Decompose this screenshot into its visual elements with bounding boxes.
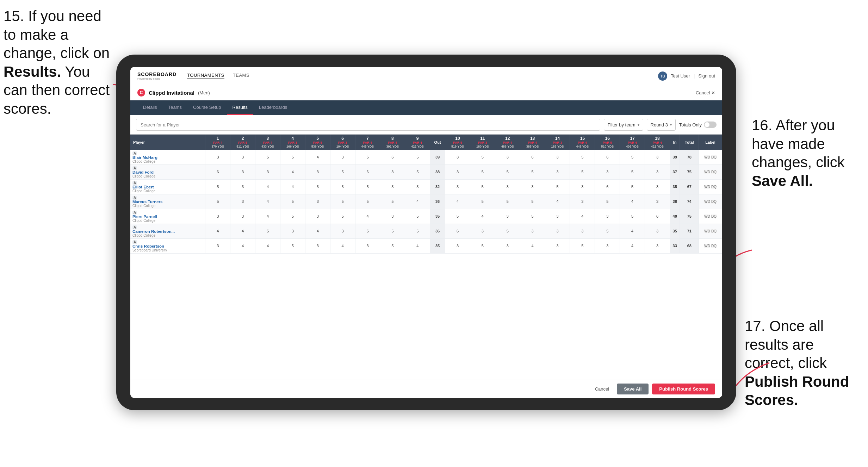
score-h1[interactable]: 3 <box>205 150 230 165</box>
score-h7[interactable]: 5 <box>355 224 380 238</box>
score-h1[interactable]: 6 <box>205 164 230 179</box>
score-h10[interactable]: 3 <box>445 179 470 194</box>
score-h3[interactable]: 5 <box>255 150 280 165</box>
score-h3[interactable]: 4 <box>255 209 280 224</box>
dq-button[interactable]: DQ <box>711 244 717 248</box>
score-h11[interactable]: 5 <box>470 238 495 253</box>
score-h8[interactable]: 3 <box>380 209 405 224</box>
score-h7[interactable]: 5 <box>355 150 380 165</box>
score-h11[interactable]: 3 <box>470 224 495 238</box>
tab-leaderboards[interactable]: Leaderboards <box>253 100 293 115</box>
score-h14[interactable]: 4 <box>545 194 570 209</box>
dq-button[interactable]: DQ <box>711 185 717 189</box>
score-h16[interactable]: 3 <box>595 209 620 224</box>
dq-button[interactable]: DQ <box>711 200 717 204</box>
score-h15[interactable]: 5 <box>570 238 595 253</box>
score-h16[interactable]: 6 <box>595 150 620 165</box>
score-h1[interactable]: 5 <box>205 179 230 194</box>
score-h2[interactable]: 4 <box>230 224 255 238</box>
score-h8[interactable]: 5 <box>380 238 405 253</box>
score-h9[interactable]: 4 <box>405 194 430 209</box>
score-h17[interactable]: 5 <box>620 179 645 194</box>
score-h9[interactable]: 5 <box>405 164 430 179</box>
score-h14[interactable]: 5 <box>545 179 570 194</box>
score-h8[interactable]: 6 <box>380 150 405 165</box>
score-h14[interactable]: 3 <box>545 209 570 224</box>
score-h2[interactable]: 3 <box>230 194 255 209</box>
score-h15[interactable]: 3 <box>570 179 595 194</box>
score-h13[interactable]: 3 <box>520 179 545 194</box>
score-h18[interactable]: 3 <box>645 238 670 253</box>
score-h13[interactable]: 5 <box>520 209 545 224</box>
score-h4[interactable]: 5 <box>280 209 305 224</box>
score-h10[interactable]: 3 <box>445 150 470 165</box>
wd-button[interactable]: WD <box>704 155 710 159</box>
signout-link[interactable]: Sign out <box>698 73 715 79</box>
score-h13[interactable]: 5 <box>520 194 545 209</box>
score-h18[interactable]: 3 <box>645 164 670 179</box>
score-h5[interactable]: 4 <box>305 150 330 165</box>
score-h8[interactable]: 3 <box>380 179 405 194</box>
score-h17[interactable]: 4 <box>620 238 645 253</box>
score-h18[interactable]: 3 <box>645 224 670 238</box>
score-h5[interactable]: 3 <box>305 194 330 209</box>
score-h9[interactable]: 3 <box>405 179 430 194</box>
score-h10[interactable]: 5 <box>445 209 470 224</box>
score-h15[interactable]: 5 <box>570 164 595 179</box>
save-all-button[interactable]: Save All <box>617 384 649 394</box>
score-h5[interactable]: 3 <box>305 164 330 179</box>
nav-link-tournaments[interactable]: TOURNAMENTS <box>187 73 224 79</box>
score-h14[interactable]: 3 <box>545 150 570 165</box>
search-input[interactable] <box>136 119 600 131</box>
dq-button[interactable]: DQ <box>711 155 717 159</box>
tab-results[interactable]: Results <box>227 100 253 115</box>
score-h6[interactable]: 4 <box>330 238 355 253</box>
toggle-switch[interactable] <box>704 122 717 128</box>
score-h17[interactable]: 4 <box>620 194 645 209</box>
score-h2[interactable]: 3 <box>230 179 255 194</box>
score-h3[interactable]: 3 <box>255 164 280 179</box>
round-dropdown[interactable]: Round 3 ▾ <box>647 119 676 131</box>
score-h11[interactable]: 4 <box>470 209 495 224</box>
score-h10[interactable]: 6 <box>445 224 470 238</box>
score-h16[interactable]: 5 <box>595 224 620 238</box>
score-h6[interactable]: 5 <box>330 209 355 224</box>
score-h1[interactable]: 3 <box>205 238 230 253</box>
score-h15[interactable]: 3 <box>570 194 595 209</box>
wd-button[interactable]: WD <box>704 229 710 233</box>
score-h13[interactable]: 6 <box>520 150 545 165</box>
score-h16[interactable]: 6 <box>595 179 620 194</box>
score-h3[interactable]: 5 <box>255 224 280 238</box>
score-h6[interactable]: 3 <box>330 179 355 194</box>
publish-round-scores-button[interactable]: Publish Round Scores <box>652 384 715 394</box>
score-h4[interactable]: 5 <box>280 194 305 209</box>
dq-button[interactable]: DQ <box>711 214 717 218</box>
score-h12[interactable]: 5 <box>495 164 520 179</box>
totals-toggle[interactable]: Totals Only <box>679 122 717 128</box>
score-h2[interactable]: 3 <box>230 164 255 179</box>
score-h7[interactable]: 4 <box>355 209 380 224</box>
cancel-tournament-btn[interactable]: Cancel ✕ <box>696 90 715 95</box>
score-h12[interactable]: 3 <box>495 238 520 253</box>
score-h17[interactable]: 4 <box>620 224 645 238</box>
score-h10[interactable]: 3 <box>445 164 470 179</box>
wd-button[interactable]: WD <box>704 214 710 218</box>
score-h13[interactable]: 4 <box>520 238 545 253</box>
score-h7[interactable]: 5 <box>355 179 380 194</box>
wd-button[interactable]: WD <box>704 244 710 248</box>
score-h11[interactable]: 5 <box>470 150 495 165</box>
tab-details[interactable]: Details <box>137 100 163 115</box>
score-h7[interactable]: 5 <box>355 194 380 209</box>
score-h9[interactable]: 5 <box>405 224 430 238</box>
score-h4[interactable]: 5 <box>280 238 305 253</box>
score-h10[interactable]: 4 <box>445 194 470 209</box>
score-h4[interactable]: 4 <box>280 164 305 179</box>
score-h18[interactable]: 3 <box>645 194 670 209</box>
score-h12[interactable]: 5 <box>495 194 520 209</box>
score-h5[interactable]: 3 <box>305 238 330 253</box>
score-h15[interactable]: 5 <box>570 150 595 165</box>
score-h2[interactable]: 3 <box>230 150 255 165</box>
score-h13[interactable]: 5 <box>520 164 545 179</box>
score-h18[interactable]: 3 <box>645 179 670 194</box>
score-h12[interactable]: 3 <box>495 150 520 165</box>
